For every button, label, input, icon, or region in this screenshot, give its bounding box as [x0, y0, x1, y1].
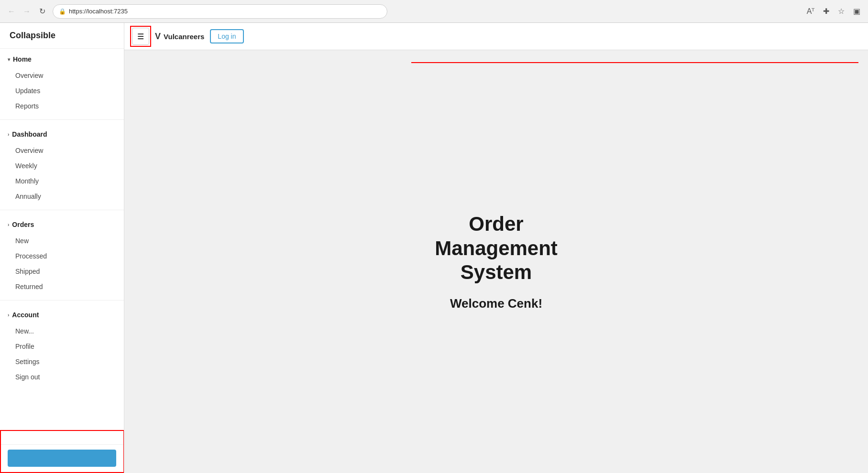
welcome-text: Welcome Cenk! [450, 296, 542, 311]
sidebar-item-home-updates[interactable]: Updates [0, 83, 124, 98]
url-input[interactable] [69, 8, 381, 15]
brand-icon: V [155, 32, 161, 42]
sidebar-item-dashboard-overview[interactable]: Overview [0, 143, 124, 158]
brand-name: Vulcanreers [164, 32, 204, 41]
sidebar-section-dashboard: Dashboard Overview Weekly Monthly Annual… [0, 124, 124, 206]
sidebar-group-account-label: Account [12, 311, 39, 319]
orders-chevron-icon [8, 222, 9, 227]
home-chevron-icon [8, 57, 10, 62]
sidebar-item-account-profile[interactable]: Profile [0, 339, 124, 354]
sidebar-group-account[interactable]: Account [0, 306, 124, 323]
main-title-line1: Order [435, 212, 558, 236]
hamburger-icon: ☰ [137, 32, 144, 41]
sidebar-item-dashboard-weekly[interactable]: Weekly [0, 158, 124, 173]
sidebar: Collapsible Home Overview Updates Report… [0, 23, 124, 473]
hamburger-wrapper: ☰ [132, 28, 149, 45]
sidebar-title: Collapsible [0, 23, 124, 49]
browser-nav-buttons: ← → ↻ [5, 5, 49, 18]
main-title: Order Management System [435, 212, 558, 284]
favorites-icon[interactable]: ☆ [835, 5, 848, 18]
collapse-sidebar-button[interactable] [8, 450, 116, 467]
sidebar-item-orders-new[interactable]: New [0, 233, 124, 248]
extensions-icon[interactable]: ✚ [819, 5, 833, 18]
login-button[interactable]: Log in [210, 29, 243, 43]
sidebar-section-home: Home Overview Updates Reports [0, 49, 124, 116]
main-title-line2: Management [435, 236, 558, 260]
sidebar-section-account: Account New... Profile Settings Sign out [0, 304, 124, 387]
dashboard-chevron-icon [8, 132, 9, 137]
sidebar-item-orders-processed[interactable]: Processed [0, 248, 124, 264]
navbar-brand: V Vulcanreers [155, 32, 204, 42]
main-title-line3: System [435, 260, 558, 284]
sidebar-group-dashboard-label: Dashboard [12, 130, 47, 138]
browser-chrome: ← → ↻ 🔒 Aᵀ ✚ ☆ ▣ [0, 0, 868, 23]
sidebar-item-account-settings[interactable]: Settings [0, 354, 124, 369]
sidebar-item-home-overview[interactable]: Overview [0, 68, 124, 83]
sidebar-item-dashboard-monthly[interactable]: Monthly [0, 173, 124, 189]
collections-icon[interactable]: ▣ [850, 5, 863, 18]
hamburger-button[interactable]: ☰ [132, 28, 149, 45]
sidebar-collapse-area [0, 444, 124, 473]
forward-button[interactable]: → [20, 5, 33, 18]
browser-toolbar-icons: Aᵀ ✚ ☆ ▣ [804, 5, 863, 18]
sidebar-group-orders-label: Orders [12, 221, 34, 228]
sidebar-item-orders-returned[interactable]: Returned [0, 279, 124, 294]
app-container: Collapsible Home Overview Updates Report… [0, 23, 868, 473]
sidebar-group-orders[interactable]: Orders [0, 216, 124, 233]
main-content: Order Management System Welcome Cenk! [124, 50, 868, 473]
address-bar[interactable]: 🔒 [53, 4, 387, 19]
divider-3 [0, 300, 124, 301]
sidebar-section-orders: Orders New Processed Shipped Returned [0, 214, 124, 296]
navbar: ☰ V Vulcanreers Log in [124, 23, 868, 50]
sidebar-group-dashboard[interactable]: Dashboard [0, 126, 124, 143]
sidebar-item-account-new[interactable]: New... [0, 323, 124, 339]
divider-2 [0, 210, 124, 210]
sidebar-item-account-signout[interactable]: Sign out [0, 369, 124, 385]
sidebar-item-dashboard-annually[interactable]: Annually [0, 189, 124, 204]
sidebar-group-home[interactable]: Home [0, 51, 124, 68]
divider-1 [0, 119, 124, 120]
sidebar-item-home-reports[interactable]: Reports [0, 98, 124, 114]
account-chevron-icon [8, 312, 9, 318]
sidebar-item-orders-shipped[interactable]: Shipped [0, 264, 124, 279]
main-wrapper: ☰ V Vulcanreers Log in Order Management … [124, 23, 868, 473]
reader-mode-icon[interactable]: Aᵀ [804, 5, 817, 18]
refresh-button[interactable]: ↻ [35, 5, 49, 18]
lock-icon: 🔒 [59, 8, 66, 15]
back-button[interactable]: ← [5, 5, 18, 18]
sidebar-group-home-label: Home [13, 55, 32, 63]
